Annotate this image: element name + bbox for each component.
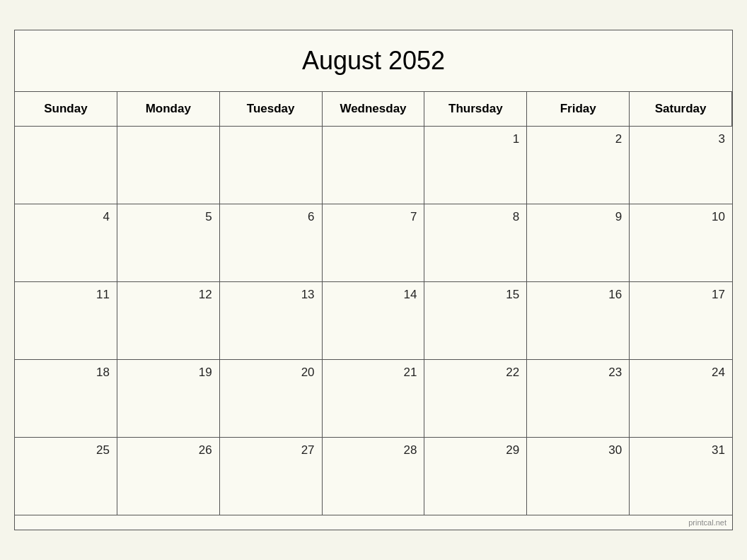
day-number-2: 2 [615,132,622,146]
day-number-30: 30 [608,443,622,457]
day-cell-9: 9 [527,204,630,282]
day-number-31: 31 [712,443,725,457]
day-cell-6: 6 [220,204,323,282]
day-cell-22: 22 [424,360,527,438]
day-cell-28: 28 [323,438,425,515]
day-number-16: 16 [608,288,622,302]
header-saturday: Saturday [630,92,732,127]
day-cell-1: 1 [424,127,527,204]
day-number-7: 7 [410,210,417,224]
day-number-10: 10 [712,210,725,224]
day-number-27: 27 [301,443,315,457]
day-number-1: 1 [513,132,519,146]
day-number-8: 8 [513,210,519,224]
day-number-9: 9 [615,210,622,224]
day-number-26: 26 [199,443,212,457]
day-cell-14: 14 [323,282,425,360]
day-cell-13: 13 [220,282,323,360]
day-cell-empty-2 [117,127,220,204]
header-sunday: Sunday [15,92,117,127]
day-cell-4: 4 [15,204,117,282]
day-cell-15: 15 [424,282,527,360]
day-cell-29: 29 [424,438,527,515]
day-cell-empty-4 [323,127,425,204]
day-number-15: 15 [506,288,519,302]
day-cell-empty-1 [15,127,117,204]
calendar-grid: Sunday Monday Tuesday Wednesday Thursday… [15,92,732,515]
day-cell-24: 24 [630,360,732,438]
day-cell-2: 2 [527,127,630,204]
day-number-22: 22 [506,366,519,380]
header-monday: Monday [117,92,220,127]
day-number-14: 14 [404,288,417,302]
day-number-23: 23 [608,366,622,380]
day-cell-7: 7 [323,204,425,282]
day-cell-16: 16 [527,282,630,360]
day-cell-21: 21 [323,360,425,438]
header-wednesday: Wednesday [323,92,425,127]
day-number-25: 25 [96,443,110,457]
day-cell-26: 26 [117,438,220,515]
day-number-5: 5 [205,210,212,224]
day-number-24: 24 [712,366,725,380]
day-cell-5: 5 [117,204,220,282]
day-cell-empty-3 [220,127,323,204]
day-cell-19: 19 [117,360,220,438]
day-cell-23: 23 [527,360,630,438]
day-number-4: 4 [103,210,109,224]
day-number-11: 11 [96,288,110,302]
day-cell-27: 27 [220,438,323,515]
day-cell-25: 25 [15,438,117,515]
header-friday: Friday [527,92,630,127]
day-number-21: 21 [404,366,417,380]
day-cell-17: 17 [630,282,732,360]
day-number-19: 19 [199,366,212,380]
day-number-3: 3 [719,132,725,146]
watermark: printcal.net [15,515,732,530]
day-number-17: 17 [712,288,725,302]
day-number-12: 12 [199,288,212,302]
day-cell-12: 12 [117,282,220,360]
day-cell-11: 11 [15,282,117,360]
day-number-20: 20 [301,366,315,380]
day-number-18: 18 [96,366,110,380]
calendar: August 2052 Sunday Monday Tuesday Wednes… [14,30,733,530]
day-cell-8: 8 [424,204,527,282]
calendar-title: August 2052 [15,30,732,92]
day-cell-18: 18 [15,360,117,438]
header-thursday: Thursday [424,92,527,127]
day-cell-10: 10 [630,204,732,282]
day-cell-3: 3 [630,127,732,204]
day-number-28: 28 [404,443,417,457]
day-cell-30: 30 [527,438,630,515]
day-cell-31: 31 [630,438,732,515]
day-number-29: 29 [506,443,519,457]
day-cell-20: 20 [220,360,323,438]
day-number-13: 13 [301,288,315,302]
header-tuesday: Tuesday [220,92,323,127]
day-number-6: 6 [308,210,314,224]
